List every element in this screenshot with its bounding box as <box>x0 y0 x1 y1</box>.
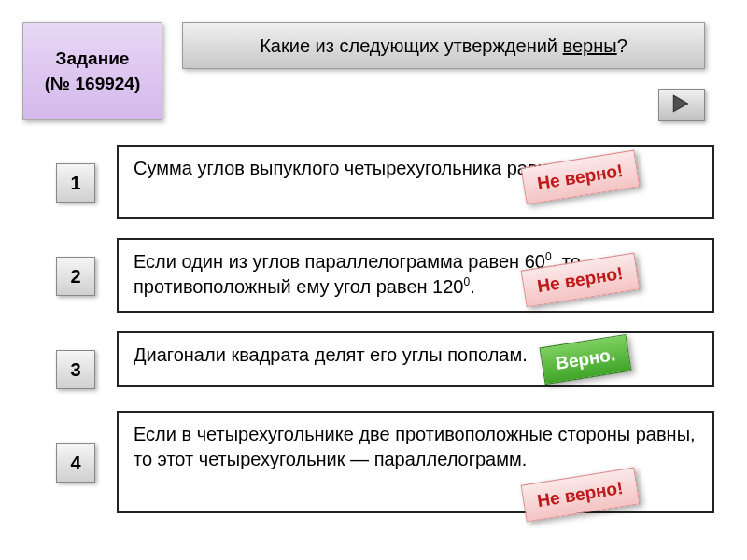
question-prefix: Какие из следующих утверждений <box>260 35 562 56</box>
option-button-3[interactable]: 3 <box>56 350 95 389</box>
task-number: (№ 169924) <box>45 72 141 97</box>
arrow-right-icon <box>669 91 694 119</box>
task-label: Задание <box>56 47 130 72</box>
question-bar: Какие из следующих утверждений верны? <box>182 22 705 69</box>
question-underlined: верны <box>563 35 617 56</box>
next-button[interactable] <box>658 89 705 121</box>
option-button-4[interactable]: 4 <box>56 443 95 483</box>
question-suffix: ? <box>617 35 627 56</box>
task-box: Задание (№ 169924) <box>22 22 162 120</box>
option-button-2[interactable]: 2 <box>56 257 95 296</box>
option-button-1[interactable]: 1 <box>56 163 95 203</box>
